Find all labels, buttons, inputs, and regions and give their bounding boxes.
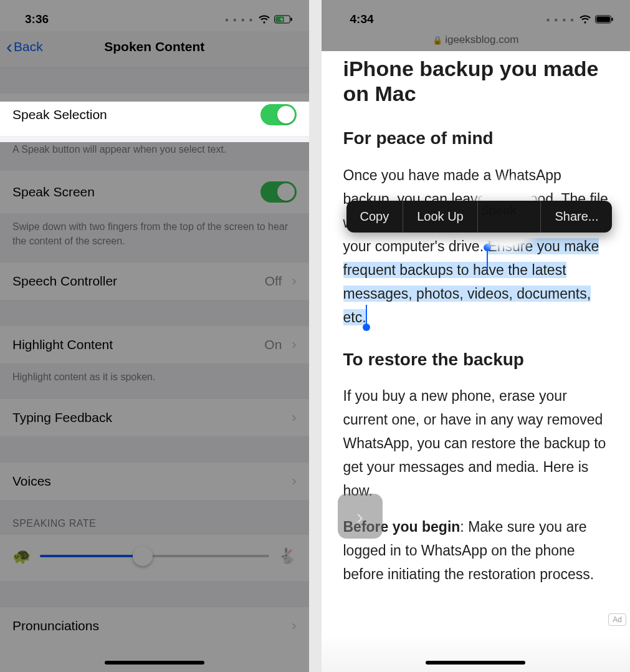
- callout-copy[interactable]: Copy: [346, 201, 404, 233]
- battery-icon: [274, 12, 293, 26]
- svg-rect-2: [290, 18, 292, 21]
- callout-lookup[interactable]: Look Up: [403, 201, 478, 233]
- cell-label: Speak Selection: [12, 107, 107, 122]
- wifi-icon: [258, 12, 270, 26]
- address-host: igeeksblog.com: [445, 34, 518, 46]
- slider-thumb[interactable]: [133, 546, 153, 566]
- back-button[interactable]: ‹ Back: [6, 37, 43, 56]
- cell-label: Typing Feedback: [12, 410, 112, 425]
- home-indicator[interactable]: [426, 661, 525, 665]
- address-bar[interactable]: 🔒igeeksblog.com: [322, 30, 631, 56]
- svg-rect-5: [612, 18, 613, 21]
- speak-selection-footer: A Speak button will appear when you sele…: [0, 137, 309, 170]
- home-indicator[interactable]: [105, 661, 204, 665]
- cell-label: Speak Screen: [12, 185, 95, 199]
- chevron-left-icon: ‹: [6, 37, 12, 56]
- speaking-rate-slider-row: 🐢 🐇: [0, 534, 309, 582]
- wifi-icon: [579, 12, 591, 26]
- settings-screen: 3:36 ● ● ● ● ‹ Back Spoken Content Speak…: [0, 0, 309, 672]
- settings-body: Speak Selection A Speak button will appe…: [0, 68, 309, 645]
- back-label: Back: [14, 39, 43, 54]
- svg-rect-4: [596, 17, 610, 22]
- ad-badge: Ad: [608, 613, 626, 626]
- highlight-content-cell[interactable]: Highlight Content On ›: [0, 325, 309, 364]
- chevron-right-icon: ›: [292, 618, 296, 634]
- chevron-right-icon: ›: [356, 504, 363, 529]
- status-bar: 4:34 ● ● ● ●: [322, 0, 631, 30]
- status-time: 4:34: [350, 12, 374, 26]
- safari-screen: 4:34 ● ● ● ● 🔒igeeksblog.com iPhone back…: [322, 0, 631, 672]
- floating-forward-tab[interactable]: ›: [338, 494, 383, 539]
- battery-icon: [595, 12, 614, 26]
- article-p1[interactable]: Once you have made a WhatsApp backup, yo…: [343, 164, 609, 330]
- status-right: ● ● ● ●: [225, 12, 293, 26]
- nav-bar: ‹ Back Spoken Content: [0, 31, 309, 68]
- cell-label: Voices: [12, 474, 51, 489]
- toggle-switch[interactable]: [260, 104, 297, 125]
- cell-label: Highlight Content: [12, 337, 113, 352]
- chevron-right-icon: ›: [292, 337, 296, 352]
- status-right: ● ● ● ●: [546, 12, 614, 26]
- status-time: 3:36: [25, 12, 49, 26]
- cellular-dots-icon: ● ● ● ●: [225, 16, 254, 23]
- chevron-right-icon: ›: [292, 473, 296, 489]
- speak-screen-footer: Swipe down with two fingers from the top…: [0, 214, 309, 262]
- status-bar: 3:36 ● ● ● ●: [0, 0, 309, 31]
- cell-label: Pronunciations: [12, 618, 99, 633]
- turtle-icon: 🐢: [12, 547, 31, 565]
- text-selection-callout: Copy Look Up Speak Share...: [346, 201, 613, 233]
- article-h2-restore: To restore the backup: [343, 346, 609, 374]
- speak-selection-cell[interactable]: Speak Selection: [0, 93, 309, 137]
- lock-icon: 🔒: [432, 36, 442, 45]
- toggle-switch[interactable]: [260, 181, 297, 203]
- article-p2[interactable]: If you buy a new phone, erase your curre…: [343, 385, 609, 503]
- callout-share[interactable]: Share...: [541, 201, 612, 233]
- speaking-rate-slider[interactable]: [40, 555, 269, 557]
- speech-controller-cell[interactable]: Speech Controller Off ›: [0, 262, 309, 300]
- rabbit-icon: 🐇: [278, 547, 297, 565]
- chevron-right-icon: ›: [292, 410, 296, 426]
- speak-screen-cell[interactable]: Speak Screen: [0, 170, 309, 214]
- cellular-dots-icon: ● ● ● ●: [546, 16, 576, 23]
- typing-feedback-cell[interactable]: Typing Feedback ›: [0, 398, 309, 437]
- speaking-rate-header: SPEAKING RATE: [0, 501, 309, 534]
- pronunciations-cell[interactable]: Pronunciations ›: [0, 607, 309, 645]
- article-h2-peace: For peace of mind: [343, 125, 609, 153]
- chevron-right-icon: ›: [292, 273, 296, 289]
- page-title: Spoken Content: [0, 39, 309, 54]
- bottom-fade: [322, 635, 631, 672]
- cell-label: Speech Controller: [12, 274, 117, 289]
- article-title: iPhone backup you made on Mac: [343, 56, 609, 106]
- cell-value: Off: [265, 274, 282, 288]
- voices-cell[interactable]: Voices ›: [0, 462, 309, 501]
- cell-value: On: [264, 337, 282, 352]
- article-p3[interactable]: Before you begin: Make sure you are logg…: [343, 516, 609, 587]
- callout-speak-slot[interactable]: Speak: [478, 201, 542, 233]
- highlight-content-footer: Highlight content as it is spoken.: [0, 364, 309, 398]
